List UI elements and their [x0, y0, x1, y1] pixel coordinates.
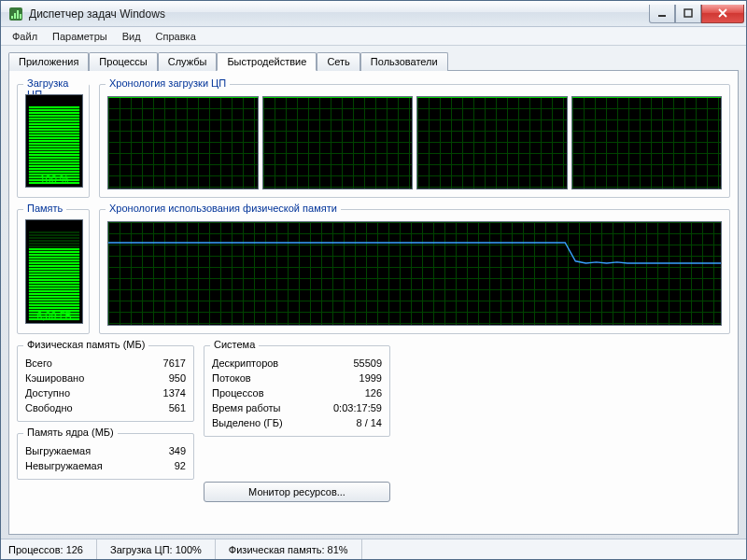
statusbar: Процессов: 126 Загрузка ЦП: 100% Физичес… — [1, 539, 746, 559]
kernel-memory-title: Память ядра (МБ) — [23, 427, 118, 438]
status-processes: Процессов: 126 — [8, 539, 97, 559]
kernel-nonpaged-label: Невыгружаемая — [25, 458, 103, 473]
titlebar[interactable]: Диспетчер задач Windows — [1, 1, 746, 27]
sys-commit-value: 8 / 14 — [356, 415, 382, 430]
minimize-button[interactable] — [649, 5, 675, 23]
cpu-usage-box: Загрузка ЦП 100 % — [17, 84, 90, 198]
tabstrip: Приложения Процессы Службы Быстродействи… — [1, 46, 746, 70]
phys-free-label: Свободно — [25, 400, 73, 415]
svg-rect-6 — [684, 9, 692, 17]
cpu-graph-2 — [416, 96, 568, 189]
menu-options[interactable]: Параметры — [45, 29, 115, 44]
status-memory: Физическая память: 81% — [216, 539, 362, 559]
svg-rect-5 — [658, 15, 666, 17]
sys-procs-label: Процессов — [212, 385, 264, 400]
phys-total-label: Всего — [25, 356, 52, 371]
sys-threads-value: 1999 — [359, 371, 382, 385]
kernel-paged-value: 349 — [169, 443, 186, 458]
physical-memory-title: Физическая память (МБ) — [23, 339, 148, 350]
performance-panel: Загрузка ЦП 100 % Хронология загрузки ЦП… — [8, 70, 739, 535]
cpu-meter: 100 % — [25, 94, 83, 188]
window-controls — [649, 5, 744, 23]
memory-meter-value: 6,09 ГБ — [26, 310, 82, 321]
app-icon — [8, 7, 23, 21]
tab-processes[interactable]: Процессы — [89, 52, 157, 71]
cpu-history-box: Хронология загрузки ЦП — [99, 84, 730, 198]
sys-threads-label: Потоков — [212, 371, 251, 385]
phys-avail-label: Доступно — [25, 385, 70, 400]
kernel-paged-label: Выгружаемая — [25, 443, 91, 458]
tab-performance[interactable]: Быстродействие — [217, 52, 317, 71]
cpu-graph-0 — [107, 96, 259, 189]
tab-users[interactable]: Пользователи — [360, 52, 448, 71]
tab-applications[interactable]: Приложения — [8, 52, 89, 71]
tab-network[interactable]: Сеть — [317, 52, 359, 71]
svg-rect-1 — [11, 16, 13, 19]
svg-rect-4 — [20, 14, 21, 19]
system-title: Система — [210, 339, 259, 350]
phys-cached-label: Кэшировано — [25, 371, 84, 385]
kernel-memory-group: Память ядра (МБ) Выгружаемая349 Невыгруж… — [17, 433, 194, 480]
cpu-graph-3 — [571, 96, 723, 189]
status-cpu: Загрузка ЦП: 100% — [97, 539, 216, 559]
menubar: Файл Параметры Вид Справка — [1, 27, 746, 46]
sys-handles-value: 55509 — [353, 356, 382, 371]
phys-total-value: 7617 — [163, 356, 186, 371]
menu-help[interactable]: Справка — [148, 29, 204, 44]
task-manager-window: Диспетчер задач Windows Файл Параметры В… — [0, 0, 747, 560]
memory-box: Память 6,09 ГБ — [17, 209, 90, 334]
tab-services[interactable]: Службы — [158, 52, 218, 71]
svg-rect-2 — [14, 13, 16, 19]
system-group: Система Дескрипторов55509 Потоков1999 Пр… — [204, 345, 390, 437]
sys-uptime-value: 0:03:17:59 — [333, 400, 382, 415]
phys-cached-value: 950 — [169, 371, 186, 385]
maximize-button[interactable] — [675, 5, 701, 23]
svg-rect-3 — [17, 10, 19, 19]
phys-free-value: 561 — [169, 400, 186, 415]
sys-commit-label: Выделено (ГБ) — [212, 415, 283, 430]
window-title: Диспетчер задач Windows — [29, 7, 649, 21]
menu-file[interactable]: Файл — [5, 29, 45, 44]
resource-monitor-button[interactable]: Монитор ресурсов... — [204, 482, 390, 502]
memory-history-label: Хронология использования физической памя… — [106, 203, 341, 214]
phys-avail-value: 1374 — [163, 385, 186, 400]
physical-memory-group: Физическая память (МБ) Всего7617 Кэширов… — [17, 345, 194, 422]
memory-label: Память — [23, 203, 66, 214]
memory-graph — [107, 221, 722, 326]
sys-procs-value: 126 — [365, 385, 382, 400]
sys-uptime-label: Время работы — [212, 400, 281, 415]
sys-handles-label: Дескрипторов — [212, 356, 278, 371]
kernel-nonpaged-value: 92 — [175, 458, 186, 473]
close-button[interactable] — [701, 5, 744, 23]
menu-view[interactable]: Вид — [115, 29, 148, 44]
cpu-graph-1 — [262, 96, 414, 189]
resource-monitor-label: Монитор ресурсов... — [248, 486, 345, 497]
memory-meter: 6,09 ГБ — [25, 219, 83, 324]
memory-history-box: Хронология использования физической памя… — [99, 209, 730, 334]
cpu-history-label: Хронология загрузки ЦП — [106, 77, 230, 89]
cpu-meter-value: 100 % — [26, 174, 82, 185]
